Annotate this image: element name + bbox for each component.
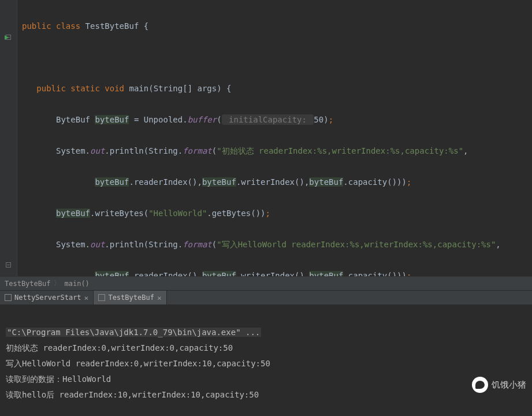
tab-test-bytebuf[interactable]: TestByteBuf ×	[94, 291, 166, 304]
code-editor[interactable]: public class TestByteBuf { public static…	[17, 0, 532, 276]
close-icon[interactable]: ×	[157, 294, 162, 302]
code-line: byteBuf.writeBytes("HelloWorld".getBytes…	[22, 206, 527, 221]
code-line: ByteBuf byteBuf = Unpooled.buffer( initi…	[22, 112, 527, 128]
console-line: 初始状态 readerIndex:0,writerIndex:0,capacit…	[6, 340, 526, 356]
console-line: 写入HelloWorld readerIndex:0,writerIndex:1…	[6, 356, 526, 372]
fold-icon[interactable]	[6, 262, 11, 268]
wechat-icon	[472, 377, 488, 393]
console-line: 读取hello后 readerIndex:10,writerIndex:10,c…	[6, 387, 526, 403]
console-icon	[98, 294, 105, 301]
close-icon[interactable]: ×	[84, 294, 89, 302]
code-line: public class TestByteBuf {	[22, 18, 527, 34]
chevron-right-icon: 〉	[54, 278, 61, 288]
code-line	[22, 50, 527, 65]
code-line: System.out.println(String.format("写入Hell…	[22, 237, 527, 252]
watermark-text: 饥饿小猪	[492, 380, 526, 391]
code-line: public static void main(String[] args) {	[22, 81, 527, 96]
code-line: System.out.println(String.format("初始状态 r…	[22, 143, 527, 159]
breadcrumbs: TestByteBuf 〉 main()	[0, 276, 532, 290]
run-icon[interactable]	[5, 35, 9, 40]
tab-label: NettyServerStart	[14, 294, 81, 302]
tab-netty-server[interactable]: NettyServerStart ×	[0, 291, 94, 304]
run-tabs: NettyServerStart × TestByteBuf ×	[0, 290, 532, 304]
console-output[interactable]: "C:\Program Files\Java\jdk1.7.0_79\bin\j…	[0, 304, 532, 416]
console-icon	[5, 294, 12, 301]
tab-label: TestByteBuf	[108, 294, 154, 302]
watermark: 饥饿小猪	[472, 377, 526, 393]
editor-area: public class TestByteBuf { public static…	[0, 0, 532, 276]
console-command: "C:\Program Files\Java\jdk1.7.0_79\bin\j…	[6, 328, 261, 337]
editor-gutter	[0, 0, 17, 276]
console-line: 读取到的数据：HelloWorld	[6, 372, 526, 387]
breadcrumb-method[interactable]: main()	[64, 280, 89, 288]
code-line: byteBuf.readerIndex(),byteBuf.writerInde…	[22, 174, 527, 190]
code-line: byteBuf.readerIndex(),byteBuf.writerInde…	[22, 268, 527, 276]
breadcrumb-class[interactable]: TestByteBuf	[5, 280, 50, 288]
